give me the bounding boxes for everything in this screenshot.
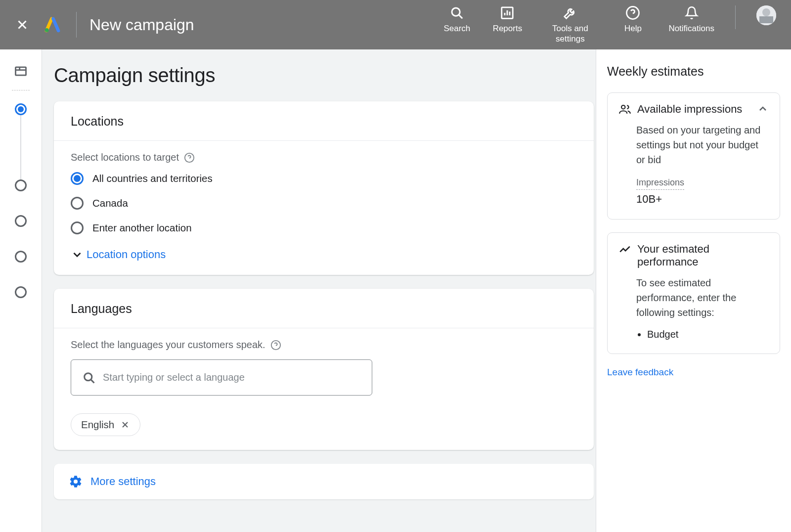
header-notifications[interactable]: Notifications [668,5,714,34]
page-title: New campaign [89,16,194,34]
performance-card: Your estimated performance To see estima… [607,232,780,354]
more-settings-button[interactable]: More settings [69,475,579,488]
impressions-label: Impressions [636,176,684,190]
close-icon [120,420,130,430]
performance-bullet: Budget [647,327,769,342]
gear-icon [69,475,83,488]
close-icon [15,17,30,32]
svg-point-6 [762,8,770,16]
locations-card: Locations Select locations to target All… [54,101,594,275]
chevron-up-icon[interactable] [757,103,769,115]
rail-divider [12,90,30,90]
location-options-toggle[interactable]: Location options [71,248,577,261]
step-dot-4[interactable] [15,251,27,263]
bell-icon [685,6,699,20]
svg-point-1 [452,8,460,16]
main-content: Campaign settings Locations Select locat… [42,49,596,532]
header-divider [76,12,77,38]
left-rail [0,49,42,532]
performance-title: Your estimated performance [637,243,769,268]
svg-rect-5 [759,16,773,23]
header-search[interactable]: Search [442,5,472,34]
locations-title: Locations [71,114,577,129]
svg-rect-7 [16,67,26,75]
leave-feedback-link[interactable]: Leave feedback [607,367,780,378]
step-dot-3[interactable] [15,215,27,227]
right-sidebar: Weekly estimates Available impressions B… [596,49,791,532]
avatar[interactable] [756,5,776,25]
chevron-down-icon [71,248,84,261]
step-dot-1[interactable] [15,103,27,115]
rail-connector-line [20,115,21,179]
radio-icon [71,222,84,234]
location-option-other[interactable]: Enter another location [71,222,577,234]
avatar-image [756,5,776,25]
estimates-heading: Weekly estimates [607,64,780,79]
location-option-all[interactable]: All countries and territories [71,172,577,185]
close-button[interactable] [15,17,30,32]
more-settings-card: More settings [54,464,594,499]
overview-icon[interactable] [14,64,28,78]
svg-point-11 [621,105,625,109]
languages-title: Languages [71,302,577,316]
performance-desc: To see estimated performance, enter the … [636,275,769,320]
help-circle-icon[interactable] [270,340,281,351]
impressions-card: Available impressions Based on your targ… [607,92,780,220]
language-chip-english[interactable]: English [71,413,140,436]
help-circle-icon[interactable] [184,152,195,163]
help-icon [625,5,640,20]
header: New campaign Search Reports Tools and se… [0,0,791,49]
svg-point-0 [45,28,49,32]
languages-subtitle: Select the languages your customers spea… [71,339,265,351]
main-heading: Campaign settings [54,64,596,87]
search-icon [449,5,464,20]
step-dot-2[interactable] [15,179,27,191]
impressions-value: 10B+ [636,191,769,207]
google-ads-logo [44,16,61,34]
people-icon [618,103,631,116]
chip-remove-button[interactable] [120,420,130,430]
step-dot-5[interactable] [15,286,27,298]
language-search-field[interactable] [71,359,372,396]
search-icon [82,371,96,385]
impressions-desc: Based on your targeting and settings but… [636,123,769,167]
svg-point-10 [85,373,92,380]
impressions-title: Available impressions [637,103,751,116]
header-reports[interactable]: Reports [492,5,522,34]
radio-icon [71,197,84,210]
location-option-canada[interactable]: Canada [71,197,577,210]
header-divider-2 [735,5,736,29]
wrench-icon [563,5,577,20]
locations-subtitle: Select locations to target [71,152,179,163]
header-tools[interactable]: Tools and settings [543,5,597,44]
languages-card: Languages Select the languages your cust… [54,289,594,450]
radio-checked-icon [71,172,84,185]
language-input[interactable] [103,372,361,383]
trend-icon [618,243,631,256]
chart-icon [500,5,515,20]
header-help[interactable]: Help [618,5,648,34]
